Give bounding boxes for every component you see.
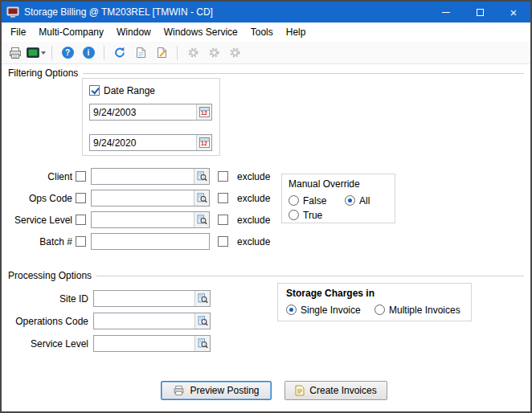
edit-document-button[interactable]: [152, 44, 171, 62]
preview-posting-button[interactable]: Preview Posting: [161, 381, 272, 400]
menu-item-windows-service[interactable]: Windows Service: [158, 24, 244, 40]
app-icon-image: [6, 6, 19, 18]
toolbar-separator: [104, 46, 104, 60]
radio-icon: [345, 195, 355, 206]
gear-button-3: [225, 44, 244, 62]
multiple-invoices-radio[interactable]: Multiple Invoices: [374, 304, 460, 316]
client-label: Client: [2, 171, 72, 182]
lookup-icon: [198, 293, 208, 304]
ops-code-lookup-button[interactable]: [194, 190, 209, 206]
service-level-lookup-button[interactable]: [194, 212, 209, 227]
batch-exclude-checkbox[interactable]: [218, 236, 228, 247]
filtering-options-heading: Filtering Options: [8, 67, 524, 79]
refresh-button[interactable]: [110, 44, 129, 62]
processing-service-level-input[interactable]: [94, 336, 194, 351]
help-button[interactable]: ?: [58, 44, 77, 62]
toolbar-separator: [51, 46, 52, 60]
client-input[interactable]: [92, 169, 194, 184]
gear-icon: [229, 47, 241, 59]
console-split-button[interactable]: [27, 44, 46, 62]
batch-exclude-label[interactable]: exclude: [237, 236, 270, 247]
processing-service-level-field: [93, 335, 211, 352]
radio-icon: [286, 305, 297, 315]
processing-service-level-lookup-button[interactable]: [194, 336, 210, 351]
processing-service-level-row: Service Level: [2, 335, 211, 352]
service-level-exclude-label[interactable]: exclude: [237, 215, 270, 226]
print-button[interactable]: [6, 44, 25, 62]
lookup-icon: [198, 338, 208, 349]
menu-item-multi-company[interactable]: Multi-Company: [32, 24, 110, 40]
radio-label-multiple-invoices: Multiple Invoices: [389, 305, 460, 316]
manual-override-true-radio[interactable]: True: [289, 209, 322, 221]
storage-charges-group: Storage Charges in Single Invoice Multip…: [277, 283, 472, 321]
lookup-icon: [197, 193, 207, 203]
menu-item-help[interactable]: Help: [280, 24, 313, 40]
manual-override-false-radio[interactable]: False: [289, 194, 326, 206]
client-exclude-checkbox[interactable]: [218, 171, 228, 182]
create-invoices-label: Create Invoices: [309, 385, 376, 396]
info-button[interactable]: i: [79, 44, 98, 62]
manual-override-title: Manual Override: [289, 178, 360, 190]
maximize-icon: [477, 9, 484, 16]
ops-code-label: Ops Code: [2, 193, 72, 204]
title-bar: Storage Billing @ TM203REL [TMWIN - CD] …: [2, 2, 530, 22]
manual-override-all-radio[interactable]: All: [345, 194, 370, 206]
radio-label-single-invoice: Single Invoice: [301, 305, 361, 316]
service-level-checkbox[interactable]: [76, 215, 86, 225]
batch-checkbox[interactable]: [76, 236, 86, 247]
date-range-checkbox[interactable]: Date Range: [89, 84, 155, 96]
site-id-label: Site ID: [2, 293, 88, 305]
gear-button-1: [183, 44, 203, 62]
document-button[interactable]: [131, 44, 150, 62]
ops-code-filter-row: Ops Code exclude: [2, 190, 270, 206]
lookup-icon: [197, 215, 207, 225]
gear-icon: [208, 47, 220, 59]
service-level-input[interactable]: [92, 212, 194, 227]
document-icon: [136, 47, 146, 59]
menu-item-window[interactable]: Window: [110, 24, 158, 40]
site-id-input[interactable]: [94, 291, 194, 306]
operations-code-lookup-button[interactable]: [194, 313, 210, 329]
client-exclude-label[interactable]: exclude: [237, 171, 270, 182]
ops-code-input[interactable]: [92, 190, 194, 206]
lookup-icon: [197, 171, 207, 182]
minimize-button[interactable]: [429, 2, 463, 22]
service-level-exclude-checkbox[interactable]: [218, 215, 228, 225]
storage-charges-title: Storage Charges in: [286, 288, 374, 299]
ops-code-exclude-label[interactable]: exclude: [237, 193, 270, 204]
date-from-field: [89, 104, 212, 121]
date-to-calendar-button[interactable]: [196, 135, 211, 150]
site-id-lookup-button[interactable]: [194, 291, 210, 306]
single-invoice-radio[interactable]: Single Invoice: [286, 304, 361, 316]
batch-label: Batch #: [2, 236, 72, 247]
invoice-icon: [295, 385, 305, 396]
app-icon[interactable]: [6, 6, 19, 18]
toolbar: ? i: [2, 42, 530, 64]
menu-item-file[interactable]: File: [4, 24, 32, 40]
create-invoices-button[interactable]: Create Invoices: [284, 381, 387, 400]
ops-code-exclude-checkbox[interactable]: [218, 193, 228, 203]
terminal-icon: [27, 47, 39, 58]
close-button[interactable]: ×: [497, 2, 530, 22]
client-checkbox[interactable]: [76, 171, 86, 182]
radio-label-all: All: [359, 195, 370, 206]
ops-code-checkbox[interactable]: [76, 193, 86, 203]
date-range-panel: Date Range: [82, 78, 220, 156]
window-controls: ×: [429, 2, 530, 22]
processing-service-level-label: Service Level: [2, 338, 88, 350]
batch-input[interactable]: [92, 234, 209, 249]
date-from-calendar-button[interactable]: [196, 104, 211, 120]
processing-options-label: Processing Options: [8, 270, 96, 281]
operations-code-input[interactable]: [94, 313, 194, 329]
form-body: Filtering Options Date Range Client: [2, 64, 530, 411]
date-range-label: Date Range: [104, 85, 155, 96]
batch-filter-row: Batch # exclude: [2, 233, 270, 250]
date-to-input[interactable]: [90, 135, 196, 150]
client-lookup-button[interactable]: [194, 169, 209, 184]
date-from-input[interactable]: [90, 104, 196, 120]
calendar-icon: [199, 137, 210, 148]
maximize-button[interactable]: [463, 2, 497, 22]
service-level-label: Service Level: [2, 215, 72, 226]
menu-item-tools[interactable]: Tools: [244, 24, 280, 40]
radio-icon: [374, 305, 385, 315]
